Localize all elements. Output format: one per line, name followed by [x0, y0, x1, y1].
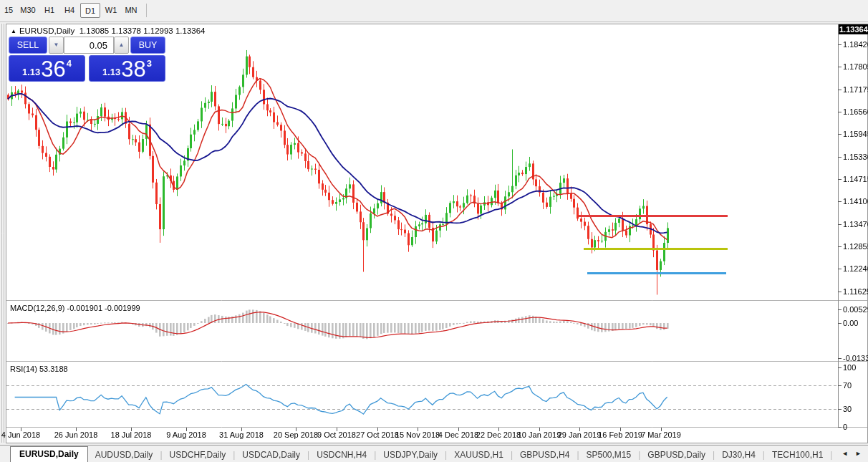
tab-scroll-right-button[interactable]: ►	[852, 448, 865, 458]
timeframe-button-mn[interactable]: MN	[122, 3, 140, 18]
price-tick-label: 1.15330	[843, 153, 868, 161]
price-tick-label: 1.15945	[843, 130, 868, 138]
chart-tab-bar: EURUSD,DailyAUDUSD,Daily|USDCHF,Daily|US…	[0, 445, 868, 462]
price-tick-label: 1.13470	[843, 220, 868, 228]
chart-tab-gbpusd-daily[interactable]: GBPUSD,Daily	[640, 447, 713, 462]
price-tick-label: 1.17805	[843, 62, 868, 71]
buy-price-panel[interactable]: 1.13 38 3	[89, 55, 165, 82]
date-tick-label: 9 Aug 2018	[166, 430, 206, 439]
date-tick-label: 20 Sep 2018	[274, 430, 318, 439]
price-tick-label: 1.12240	[843, 264, 868, 273]
one-click-trading-panel: SELL ▼ ▲ BUY 1.13 36 4 1.13 38 3	[9, 37, 165, 82]
date-tick-label: 29 Jan 2019	[558, 430, 602, 439]
volume-input[interactable]	[64, 37, 114, 54]
timeframe-toolbar: 15M30H1H4D1W1MN	[0, 0, 868, 22]
chart-tab-gbpusd-h4[interactable]: GBPUSD,H4	[513, 447, 577, 462]
tab-scroll-left-button[interactable]: ◄	[838, 448, 852, 458]
price-axis[interactable]: 1.184201.178051.171751.165601.159451.153…	[839, 24, 868, 428]
date-tick-label: 27 Oct 2018	[356, 430, 399, 439]
chart-tab-usdjpy-daily[interactable]: USDJPY,Daily	[376, 447, 445, 462]
date-tick-label: 7 Mar 2019	[641, 430, 681, 439]
date-tick-label: 16 Feb 2019	[598, 430, 642, 439]
chart-tab-dj30-h4[interactable]: DJ30,H4	[715, 447, 763, 462]
chart-tab-usdcad-daily[interactable]: USDCAD,Daily	[235, 447, 307, 462]
chart-symbol-period: EURUSD,Daily	[19, 27, 74, 35]
date-tick-label: 4 Dec 2018	[438, 430, 478, 439]
current-price-label: 1.13364	[839, 24, 868, 34]
macd-tick-label: 0.005292	[843, 305, 868, 314]
rsi-tick-label: 100	[843, 363, 856, 372]
chart-tab-audusd-daily[interactable]: AUDUSD,Daily	[88, 447, 160, 462]
date-tick-label: 26 Jun 2018	[54, 430, 98, 439]
sell-price-panel[interactable]: 1.13 36 4	[9, 55, 85, 82]
rsi-tick-label: 30	[843, 405, 852, 413]
tab-scroll-arrows: ◄ ►	[835, 446, 868, 461]
rsi-indicator-label: RSI(14) 53.3188	[10, 365, 68, 373]
price-tick-label: 1.16560	[843, 107, 868, 116]
timeframe-button-h4[interactable]: H4	[60, 3, 79, 18]
volume-increase-button[interactable]: ▲	[114, 37, 129, 54]
timeframe-button-h1[interactable]: H1	[40, 3, 59, 18]
date-axis[interactable]: 4 Jun 201826 Jun 201818 Jul 20189 Aug 20…	[6, 428, 838, 443]
timeframe-button-w1[interactable]: W1	[102, 3, 120, 18]
sell-price-big: 36	[41, 59, 65, 80]
buy-price-big: 38	[121, 59, 145, 80]
sell-price-small: 1.13	[22, 67, 40, 77]
price-tick-label: 1.14715	[843, 175, 868, 183]
chart-tab-usdcnh-h4[interactable]: USDCNH,H4	[309, 447, 374, 462]
price-tick-label: 1.12855	[843, 242, 868, 251]
price-tick-label: 1.14100	[843, 197, 868, 206]
timeframe-button-m30[interactable]: M30	[17, 3, 39, 18]
toolbar-separator	[146, 4, 147, 17]
rsi-tick-label: 0	[843, 423, 847, 431]
timeframe-button-d1[interactable]: D1	[80, 3, 100, 18]
timeframe-button-15[interactable]: 15	[1, 3, 16, 18]
date-tick-label: 9 Oct 2018	[317, 430, 356, 439]
macd-indicator-label: MACD(12,26,9) -0.001901 -0.001999	[10, 304, 140, 312]
chart-tab-eurusd-daily[interactable]: EURUSD,Daily	[10, 446, 88, 462]
price-tick-label: 1.11625	[843, 287, 868, 296]
date-tick-label: 4 Jun 2018	[1, 430, 40, 439]
date-tick-label: 18 Jul 2018	[111, 430, 152, 439]
sell-price-sup: 4	[67, 58, 72, 69]
collapse-panel-icon[interactable]: ▲	[11, 28, 16, 34]
buy-price-sup: 3	[147, 58, 152, 69]
mt4-window: 15M30H1H4D1W1MN ▲EURUSD,Daily 1.13085 1.…	[0, 0, 868, 462]
macd-tick-label: 0.00	[843, 319, 858, 327]
price-tick-label: 1.17175	[843, 85, 868, 94]
sell-button[interactable]: SELL	[9, 37, 47, 54]
chart-ohlc-quotes: 1.13085 1.13378 1.12993 1.13364	[79, 27, 206, 35]
date-tick-label: 22 Dec 2018	[476, 430, 521, 439]
chart-tab-sp500-m15[interactable]: SP500,M15	[579, 447, 639, 462]
volume-decrease-button[interactable]: ▼	[49, 37, 64, 54]
chart-tab-xauusd-h1[interactable]: XAUUSD,H1	[447, 447, 511, 462]
chart-tab-tech100-h1[interactable]: TECH100,H1	[765, 447, 830, 462]
date-tick-label: 15 Nov 2018	[395, 430, 440, 439]
date-tick-label: 31 Aug 2018	[219, 430, 264, 439]
chart-title: ▲EURUSD,Daily 1.13085 1.13378 1.12993 1.…	[11, 27, 206, 35]
buy-button[interactable]: BUY	[130, 37, 165, 54]
buy-price-small: 1.13	[102, 67, 120, 77]
chart-tab-usdchf-daily[interactable]: USDCHF,Daily	[163, 447, 233, 462]
price-tick-label: 1.18420	[843, 40, 868, 49]
date-tick-label: 10 Jan 2019	[518, 430, 561, 439]
macd-tick-label: -0.013317	[843, 354, 868, 362]
rsi-tick-label: 70	[843, 381, 852, 390]
